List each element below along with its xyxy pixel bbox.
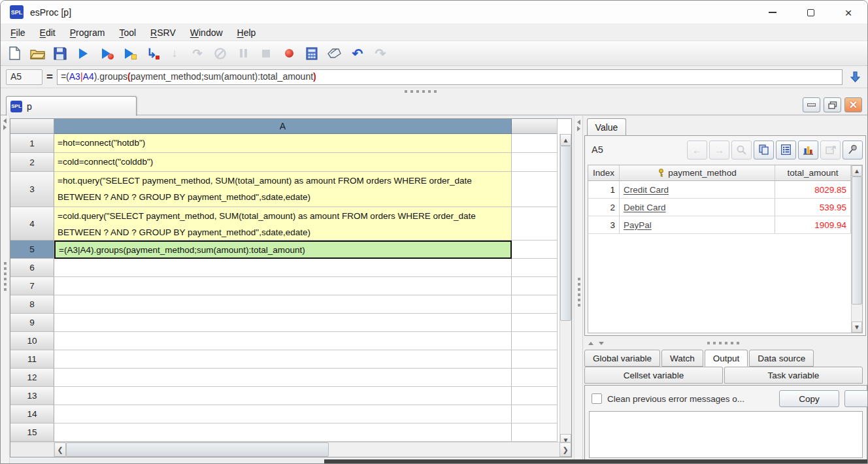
value-forward-icon[interactable]: →	[709, 141, 729, 159]
scroll-down-icon[interactable]: ▼	[852, 322, 862, 333]
row-header-1[interactable]: 1	[10, 134, 54, 153]
cell-A13[interactable]	[54, 387, 512, 405]
value-vscroll-thumb[interactable]	[852, 176, 862, 305]
cell-A14[interactable]	[54, 405, 512, 423]
open-file-icon[interactable]	[29, 45, 46, 62]
table-row[interactable]: 1 Credit Card 8029.85	[588, 181, 862, 199]
cell-A5-selected[interactable]: =(A3|A4).groups(payment_method;sum(amoun…	[54, 240, 512, 259]
menu-edit[interactable]: Edit	[33, 27, 63, 38]
expand-right-icon[interactable]	[3, 125, 7, 130]
column-header-A[interactable]: A	[54, 119, 512, 134]
new-file-icon[interactable]	[6, 45, 23, 62]
calculator-icon[interactable]	[303, 45, 320, 62]
undo-icon[interactable]: ↶	[349, 45, 366, 62]
splitter-left-icon[interactable]	[577, 120, 580, 125]
tab-output[interactable]: Output	[705, 350, 748, 367]
run-current-cell-icon[interactable]: ↳	[143, 45, 160, 62]
cell-A10[interactable]	[54, 332, 512, 350]
value-detail-icon[interactable]	[776, 141, 796, 159]
cell-A4[interactable]: =cold.query("SELECT payment_method, SUM(…	[54, 207, 512, 240]
minimize-button[interactable]	[754, 1, 792, 24]
execute-icon[interactable]	[75, 45, 92, 62]
interrupt-icon[interactable]	[212, 45, 229, 62]
splitter-up-icon[interactable]	[588, 342, 593, 345]
table-row[interactable]: 2 Debit Card 539.95	[588, 199, 862, 216]
grid-corner[interactable]	[10, 119, 54, 134]
mdi-minimize-button[interactable]	[803, 97, 820, 112]
cell-A3[interactable]: =hot.query("SELECT payment_method, SUM(t…	[54, 172, 512, 207]
cell-A6[interactable]	[54, 259, 512, 277]
tab-cellset-variable[interactable]: Cellset variable	[584, 367, 723, 384]
step-execute-icon[interactable]	[120, 45, 137, 62]
bottom-splitter[interactable]	[583, 337, 868, 350]
scroll-right-icon[interactable]: ❯	[559, 442, 571, 457]
cell-A12[interactable]	[54, 369, 512, 387]
row-header-13[interactable]: 13	[10, 387, 54, 405]
value-table-scrollbar[interactable]: ▲ ▼	[851, 165, 862, 333]
mdi-close-button[interactable]: ✕	[844, 97, 862, 112]
row-header-12[interactable]: 12	[10, 369, 54, 387]
row-header-10[interactable]: 10	[10, 332, 54, 350]
grid-vscroll-thumb[interactable]	[560, 146, 571, 321]
grid-horizontal-scrollbar[interactable]: ❮ ❯	[10, 442, 571, 457]
clean-messages-checkbox[interactable]	[592, 393, 602, 404]
menu-window[interactable]: Window	[183, 27, 230, 38]
formula-input[interactable]: =(A3|A4).groups(payment_method;sum(amoun…	[57, 69, 843, 85]
left-splitter[interactable]	[1, 116, 10, 464]
menu-tool[interactable]: Tool	[112, 27, 143, 38]
stop-icon[interactable]	[258, 45, 275, 62]
row-header-7[interactable]: 7	[10, 277, 54, 295]
breakpoint-icon[interactable]	[280, 45, 297, 62]
cell-A15[interactable]	[54, 423, 512, 442]
row-header-11[interactable]: 11	[10, 350, 54, 369]
formula-splitter[interactable]	[1, 88, 867, 94]
pause-icon[interactable]	[235, 45, 252, 62]
row-header-5[interactable]: 5	[10, 240, 54, 259]
expand-formula-icon[interactable]	[846, 69, 863, 86]
tab-data-source[interactable]: Data source	[749, 350, 814, 367]
tab-global-variable[interactable]: Global variable	[584, 350, 660, 367]
row-header-4[interactable]: 4	[10, 207, 54, 240]
close-button[interactable]: ×	[829, 1, 867, 24]
row-header-2[interactable]: 2	[10, 153, 54, 172]
value-copy-icon[interactable]	[754, 141, 774, 159]
row-header-15[interactable]: 15	[10, 423, 54, 442]
cell-A9[interactable]	[54, 314, 512, 332]
output-textarea[interactable]	[589, 411, 863, 458]
menu-file[interactable]: File	[3, 27, 33, 38]
row-header-6[interactable]: 6	[10, 259, 54, 277]
table-row[interactable]: 3 PayPal 1909.94	[588, 216, 862, 234]
splitter-down-icon[interactable]	[599, 342, 604, 345]
tab-p[interactable]: SPL p	[6, 96, 137, 116]
cell-A2[interactable]: =cold=connect("colddb")	[54, 153, 512, 172]
tab-value[interactable]: Value	[587, 118, 626, 136]
clear-icon[interactable]	[326, 45, 343, 62]
mdi-restore-button[interactable]	[824, 97, 841, 112]
menu-program[interactable]: Program	[63, 27, 112, 38]
grid-hscroll-thumb[interactable]	[66, 442, 329, 457]
cell-A11[interactable]	[54, 350, 512, 369]
scroll-left-icon[interactable]: ❮	[54, 442, 66, 457]
tab-watch[interactable]: Watch	[661, 350, 703, 367]
row-header-8[interactable]: 8	[10, 295, 54, 314]
value-back-icon[interactable]: ←	[687, 141, 707, 159]
partial-button[interactable]	[844, 390, 868, 407]
row-header-9[interactable]: 9	[10, 314, 54, 332]
value-zoom-icon[interactable]	[731, 141, 752, 159]
scroll-up-icon[interactable]: ▲	[852, 165, 862, 176]
cell-A1[interactable]: =hot=connect("hotdb")	[54, 134, 512, 153]
cell-A8[interactable]	[54, 295, 512, 314]
step-return-icon[interactable]: ↷	[189, 45, 206, 62]
grid-vertical-scrollbar[interactable]: ▲ ▼	[559, 134, 571, 446]
menu-rsrv[interactable]: RSRV	[143, 27, 183, 38]
splitter-right-icon[interactable]	[577, 126, 580, 131]
step-into-icon[interactable]: ↓	[166, 45, 183, 62]
column-header-extra[interactable]	[512, 119, 558, 134]
save-icon[interactable]	[52, 45, 69, 62]
maximize-button[interactable]	[792, 1, 829, 24]
collapse-left-icon[interactable]	[3, 118, 7, 124]
debug-execute-icon[interactable]	[97, 45, 114, 62]
scroll-up-icon[interactable]: ▲	[560, 134, 571, 146]
value-export-icon[interactable]	[820, 141, 841, 159]
value-pin-icon[interactable]	[843, 141, 863, 159]
